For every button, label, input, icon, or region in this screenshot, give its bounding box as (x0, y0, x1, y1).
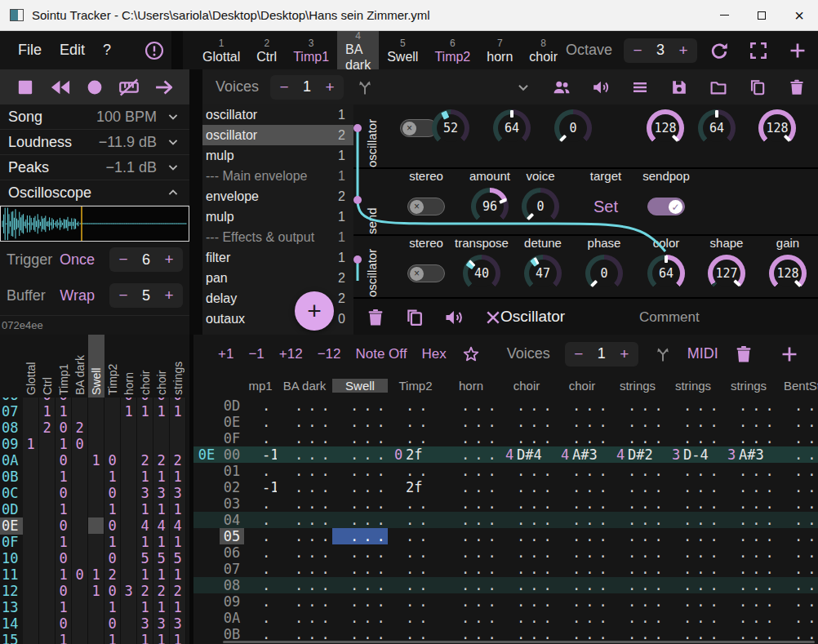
order-cell[interactable] (88, 420, 104, 437)
knob-color[interactable]: 64 (647, 255, 685, 292)
note-cell[interactable]: ... (499, 593, 554, 610)
speaker-icon[interactable] (443, 307, 465, 328)
note-cell[interactable]: ... (554, 610, 610, 626)
note-cell[interactable]: .. (388, 577, 443, 593)
note-cell[interactable]: ... (554, 561, 610, 577)
order-cell[interactable]: 1 (170, 632, 186, 644)
order-cell[interactable] (121, 632, 137, 644)
note-cell[interactable]: ... (443, 544, 499, 561)
note-cell[interactable]: ... (610, 463, 665, 479)
order-cell[interactable] (72, 501, 88, 518)
order-cell[interactable]: 1 (170, 566, 186, 584)
note-cell[interactable]: ... (721, 528, 776, 544)
order-cell[interactable] (23, 583, 39, 600)
note-cell[interactable]: ... (277, 495, 332, 512)
order-cell[interactable] (88, 550, 104, 567)
order-cell[interactable]: 3 (170, 615, 186, 633)
order-cell[interactable]: 0 (72, 566, 88, 584)
horizontal-scrollbar[interactable] (223, 641, 815, 643)
order-cell[interactable] (121, 501, 137, 518)
order-cell[interactable]: 1 (104, 534, 121, 551)
order-cell[interactable]: 5 (153, 550, 170, 567)
order-cell[interactable]: 1 (88, 583, 104, 600)
folder-icon[interactable] (709, 78, 728, 97)
note-cell[interactable]: ... (610, 561, 665, 577)
menu-edit[interactable]: Edit (60, 42, 85, 59)
note-cell[interactable]: .. (388, 544, 443, 561)
note-cell[interactable]: ... (332, 544, 388, 561)
note-cell[interactable]: .. (388, 626, 443, 642)
split-icon[interactable] (653, 344, 673, 364)
order-cell[interactable] (39, 469, 56, 486)
menu-file[interactable]: File (18, 42, 42, 59)
order-cell[interactable]: 1 (170, 403, 186, 420)
track-tab-timp1[interactable]: 3Timp1 (285, 31, 337, 69)
unit-list-item-filter[interactable]: filter1 (202, 247, 353, 268)
note-cell[interactable]: ... (721, 512, 776, 528)
order-cell[interactable]: 1 (170, 469, 186, 486)
order-cell[interactable]: 0 (72, 436, 88, 453)
knob[interactable]: 0 (554, 109, 592, 147)
peaks-row[interactable]: Peaks −1.1 dB (0, 155, 189, 180)
order-cell[interactable] (137, 436, 153, 453)
rewind-icon[interactable] (49, 76, 72, 99)
order-column-header-strings[interactable]: strings (170, 335, 186, 398)
order-cell[interactable] (23, 469, 39, 486)
track-tab-swell[interactable]: 5Swell (379, 31, 426, 69)
note-cell[interactable]: ... (443, 398, 499, 414)
note-cell[interactable]: .. (244, 512, 277, 528)
note-cell[interactable]: .. (388, 495, 443, 512)
order-cell[interactable] (121, 452, 137, 469)
order-cell[interactable] (39, 550, 56, 567)
note-cell[interactable]: 4A#3 (554, 446, 610, 463)
note-cell[interactable]: ... (499, 479, 554, 495)
note-track-header-choir[interactable]: choir (499, 379, 554, 393)
order-cell[interactable] (121, 566, 137, 584)
order-cell[interactable] (23, 615, 39, 633)
note-cell[interactable]: ... (665, 398, 721, 414)
order-cell[interactable] (39, 485, 56, 502)
send-target-set-button[interactable]: Set (593, 198, 618, 216)
track-tab-choir[interactable]: 8choir (521, 31, 566, 69)
note-cell[interactable]: ... (443, 577, 499, 593)
order-cell[interactable] (23, 534, 39, 551)
note-toolbar-button--1[interactable]: −1 (248, 346, 264, 362)
knob[interactable]: 128 (758, 109, 796, 147)
order-cell[interactable]: 1 (56, 469, 72, 486)
order-cell[interactable]: 2 (170, 583, 186, 600)
note-toolbar-button--12[interactable]: −12 (318, 346, 341, 362)
order-cell[interactable]: 2 (153, 583, 170, 600)
order-cell[interactable]: 5 (137, 550, 153, 567)
note-cell[interactable]: ... (332, 479, 388, 495)
note-cell[interactable]: ... (277, 414, 332, 430)
unit-list-item--main-envelope[interactable]: --- Main envelope1 (202, 166, 353, 186)
note-track-header-choir[interactable]: choir (554, 379, 610, 393)
note-toolbar-button--1[interactable]: +1 (218, 346, 233, 362)
order-cell[interactable]: 2 (104, 566, 121, 584)
order-cell[interactable] (72, 550, 88, 567)
note-cell[interactable]: .. (244, 626, 277, 642)
note-cell[interactable]: ... (499, 626, 554, 642)
order-cell[interactable]: 1 (137, 534, 153, 551)
order-cell[interactable] (72, 469, 88, 486)
order-cell[interactable] (23, 632, 39, 644)
order-cell[interactable] (88, 485, 104, 502)
note-cell[interactable]: ... (554, 479, 610, 495)
note-cell[interactable]: 4D#2 (610, 446, 665, 463)
note-cell[interactable]: ... (776, 593, 818, 610)
order-cell[interactable]: 4 (170, 517, 186, 535)
note-cell[interactable]: ... (776, 430, 818, 446)
note-cell[interactable]: ... (776, 463, 818, 479)
order-cell[interactable]: 1 (137, 632, 153, 644)
unit-list-item-mulp[interactable]: mulp1 (202, 145, 353, 166)
note-cell[interactable]: ... (554, 495, 610, 512)
note-track-header-horn[interactable]: horn (443, 379, 499, 393)
note-cell[interactable]: .. (388, 414, 443, 430)
users-icon[interactable] (552, 78, 571, 97)
note-cell[interactable]: .. (388, 528, 443, 544)
note-cell[interactable]: ... (332, 561, 388, 577)
order-cell[interactable] (88, 599, 104, 616)
order-cell[interactable] (23, 452, 39, 469)
order-cell[interactable] (153, 436, 170, 453)
note-track-header-strings[interactable]: strings (610, 379, 665, 393)
